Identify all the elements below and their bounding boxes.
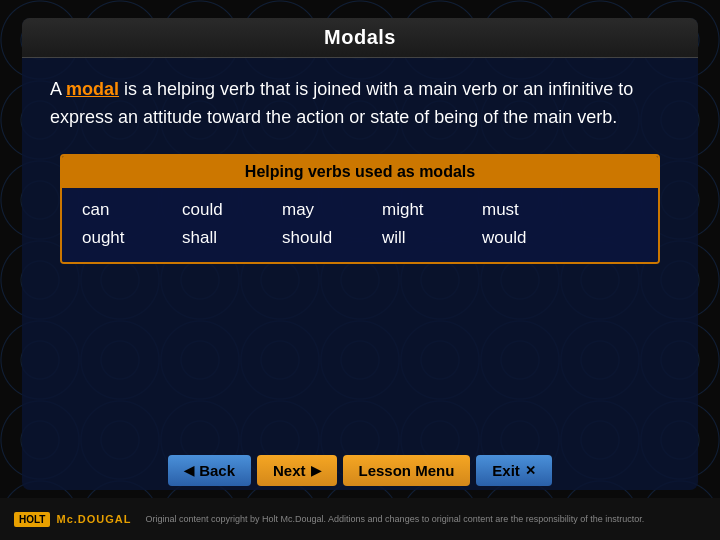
main-container: Modals A modal is a helping verb that is…: [0, 0, 720, 540]
cell-shall: shall: [182, 228, 282, 248]
navigation-buttons: ◀ Back Next ▶ Lesson Menu Exit ✕: [0, 449, 720, 492]
bottom-bar: HOLT Mc.DOUGAL Original content copyrigh…: [0, 498, 720, 540]
holt-logo-sub: Mc.DOUGAL: [56, 513, 131, 525]
holt-logo-box: HOLT: [14, 512, 50, 527]
content-card: Modals A modal is a helping verb that is…: [22, 18, 698, 490]
exit-button-label: Exit: [492, 462, 520, 479]
cell-may: may: [282, 200, 382, 220]
cell-could: could: [182, 200, 282, 220]
holt-logo: HOLT Mc.DOUGAL: [14, 512, 131, 527]
table-row: can could may might must: [82, 196, 638, 224]
page-title: Modals: [324, 26, 396, 48]
card-body: A modal is a helping verb that is joined…: [22, 58, 698, 480]
cell-can: can: [82, 200, 182, 220]
back-arrow-icon: ◀: [184, 463, 194, 478]
table-row: ought shall should will would: [82, 224, 638, 252]
cell-should: should: [282, 228, 382, 248]
definition-rest: is a helping verb that is joined with a …: [50, 79, 633, 127]
table-body: can could may might must ought shall sho…: [62, 188, 658, 262]
table-header: Helping verbs used as modals: [62, 156, 658, 188]
back-button-label: Back: [199, 462, 235, 479]
back-button[interactable]: ◀ Back: [168, 455, 251, 486]
next-arrow-icon: ▶: [311, 463, 321, 478]
next-button[interactable]: Next ▶: [257, 455, 337, 486]
exit-x-icon: ✕: [525, 463, 536, 478]
next-button-label: Next: [273, 462, 306, 479]
lesson-menu-label: Lesson Menu: [359, 462, 455, 479]
cell-would: would: [482, 228, 582, 248]
cell-will: will: [382, 228, 482, 248]
cell-might: might: [382, 200, 482, 220]
cell-must: must: [482, 200, 582, 220]
modals-table: Helping verbs used as modals can could m…: [60, 154, 660, 264]
exit-button[interactable]: Exit ✕: [476, 455, 552, 486]
highlighted-word: modal: [66, 79, 119, 99]
cell-ought: ought: [82, 228, 182, 248]
definition-text: A modal is a helping verb that is joined…: [50, 76, 670, 132]
definition-prefix: A: [50, 79, 66, 99]
title-bar: Modals: [22, 18, 698, 58]
footer-copyright: Original content copyright by Holt Mc.Do…: [145, 514, 706, 524]
lesson-menu-button[interactable]: Lesson Menu: [343, 455, 471, 486]
